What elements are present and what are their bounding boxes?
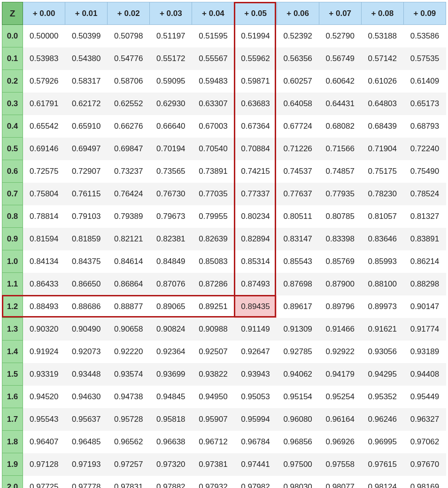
data-cell: 0.57535 <box>403 47 446 70</box>
data-cell: 0.70540 <box>192 138 234 160</box>
data-cell: 0.81859 <box>65 228 108 250</box>
data-cell: 0.81327 <box>403 205 446 228</box>
data-cell: 0.79389 <box>108 205 150 228</box>
data-cell: 0.90988 <box>192 318 234 341</box>
data-cell: 0.69497 <box>65 138 108 160</box>
data-cell: 0.97193 <box>65 453 108 476</box>
row-header: 0.1 <box>2 47 23 70</box>
data-cell: 0.94738 <box>108 386 150 408</box>
row-header: 1.4 <box>2 341 23 363</box>
row-header: 1.8 <box>2 431 23 453</box>
row-header: 0.9 <box>2 228 23 250</box>
data-cell: 0.92647 <box>234 341 277 363</box>
table-row: 1.90.971280.971930.972570.973200.973810.… <box>2 453 446 476</box>
data-cell: 0.72907 <box>65 160 108 183</box>
data-cell: 0.52392 <box>277 25 319 47</box>
data-cell: 0.74857 <box>319 160 361 183</box>
row-header: 1.9 <box>2 453 23 476</box>
data-cell: 0.78230 <box>361 183 403 205</box>
col-header: + 0.09 <box>403 2 446 25</box>
data-cell: 0.82121 <box>108 228 150 250</box>
data-cell: 0.91621 <box>361 318 403 341</box>
data-cell: 0.71226 <box>277 138 319 160</box>
row-header: 0.3 <box>2 93 23 115</box>
data-cell: 0.54776 <box>108 47 150 70</box>
data-cell: 0.96712 <box>192 431 234 453</box>
data-cell: 0.76424 <box>108 183 150 205</box>
row-header: 2.0 <box>2 476 23 488</box>
data-cell: 0.66640 <box>150 115 192 138</box>
data-cell: 0.91924 <box>23 341 65 363</box>
data-cell: 0.96164 <box>319 408 361 431</box>
table-row: 0.40.655420.659100.662760.666400.670030.… <box>2 115 446 138</box>
data-cell: 0.89973 <box>361 295 403 318</box>
data-cell: 0.98124 <box>361 476 403 488</box>
table-row: 1.70.955430.956370.957280.958180.959070.… <box>2 408 446 431</box>
data-cell: 0.88298 <box>403 273 446 295</box>
data-cell: 0.88493 <box>23 295 65 318</box>
data-cell: 0.97778 <box>65 476 108 488</box>
data-cell: 0.96485 <box>65 431 108 453</box>
data-cell: 0.59871 <box>234 70 277 93</box>
data-cell: 0.97558 <box>319 453 361 476</box>
data-cell: 0.68793 <box>403 115 446 138</box>
row-header: 1.6 <box>2 386 23 408</box>
data-cell: 0.56356 <box>277 47 319 70</box>
data-cell: 0.61791 <box>23 93 65 115</box>
data-cell: 0.85083 <box>192 250 234 273</box>
data-cell: 0.97932 <box>192 476 234 488</box>
data-cell: 0.61409 <box>403 70 446 93</box>
data-cell: 0.94062 <box>277 363 319 386</box>
z-table-wrap: Z + 0.00 + 0.01 + 0.02 + 0.03 + 0.04 + 0… <box>2 2 446 488</box>
data-cell: 0.70884 <box>234 138 277 160</box>
data-cell: 0.64431 <box>319 93 361 115</box>
data-cell: 0.73891 <box>192 160 234 183</box>
data-cell: 0.90490 <box>65 318 108 341</box>
row-header: 0.0 <box>2 25 23 47</box>
data-cell: 0.56749 <box>319 47 361 70</box>
data-cell: 0.81057 <box>361 205 403 228</box>
data-cell: 0.83398 <box>319 228 361 250</box>
data-cell: 0.91149 <box>234 318 277 341</box>
row-header: 0.6 <box>2 160 23 183</box>
data-cell: 0.96327 <box>403 408 446 431</box>
data-cell: 0.53586 <box>403 25 446 47</box>
data-cell: 0.88100 <box>361 273 403 295</box>
data-cell: 0.87698 <box>277 273 319 295</box>
data-cell: 0.92073 <box>65 341 108 363</box>
data-cell: 0.97670 <box>403 453 446 476</box>
data-cell: 0.96562 <box>108 431 150 453</box>
data-cell: 0.69847 <box>108 138 150 160</box>
data-cell: 0.96784 <box>234 431 277 453</box>
data-cell: 0.65542 <box>23 115 65 138</box>
col-header: + 0.04 <box>192 2 234 25</box>
data-cell: 0.98077 <box>319 476 361 488</box>
col-header: + 0.08 <box>361 2 403 25</box>
data-cell: 0.66276 <box>108 115 150 138</box>
header-row: Z + 0.00 + 0.01 + 0.02 + 0.03 + 0.04 + 0… <box>2 2 446 25</box>
data-cell: 0.62552 <box>108 93 150 115</box>
col-header: + 0.07 <box>319 2 361 25</box>
data-cell: 0.96856 <box>277 431 319 453</box>
row-header: 1.0 <box>2 250 23 273</box>
data-cell: 0.84134 <box>23 250 65 273</box>
data-cell: 0.61026 <box>361 70 403 93</box>
data-cell: 0.74215 <box>234 160 277 183</box>
data-cell: 0.93699 <box>150 363 192 386</box>
data-cell: 0.94295 <box>361 363 403 386</box>
data-cell: 0.95449 <box>403 386 446 408</box>
row-header: 0.7 <box>2 183 23 205</box>
data-cell: 0.85314 <box>234 250 277 273</box>
data-cell: 0.50798 <box>108 25 150 47</box>
data-cell: 0.90320 <box>23 318 65 341</box>
data-cell: 0.97320 <box>150 453 192 476</box>
data-cell: 0.89251 <box>192 295 234 318</box>
data-cell: 0.96246 <box>361 408 403 431</box>
data-cell: 0.77935 <box>319 183 361 205</box>
data-cell: 0.92922 <box>319 341 361 363</box>
data-cell: 0.87286 <box>192 273 234 295</box>
data-cell: 0.86214 <box>403 250 446 273</box>
data-cell: 0.51197 <box>150 25 192 47</box>
data-cell: 0.76730 <box>150 183 192 205</box>
table-row: 0.30.617910.621720.625520.629300.633070.… <box>2 93 446 115</box>
